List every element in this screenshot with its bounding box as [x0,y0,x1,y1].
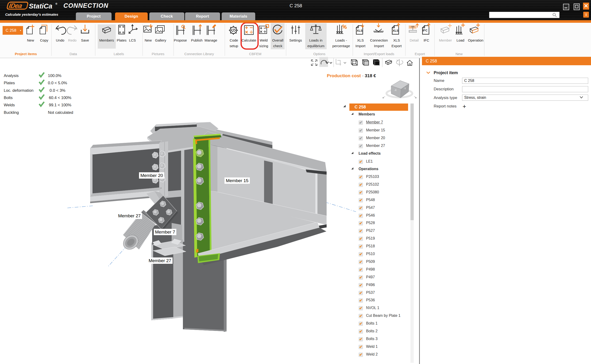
svg-text:StatiCa: StatiCa [29,2,52,10]
svg-text:-X: -X [394,89,397,91]
svg-text:IDea: IDea [8,2,23,9]
svg-text:-Y: -Y [403,87,406,90]
svg-text:®: ® [55,2,57,5]
svg-text:IFC: IFC [423,29,428,32]
svg-text:XLS: XLS [393,29,399,32]
svg-text:XLS: XLS [357,29,363,32]
